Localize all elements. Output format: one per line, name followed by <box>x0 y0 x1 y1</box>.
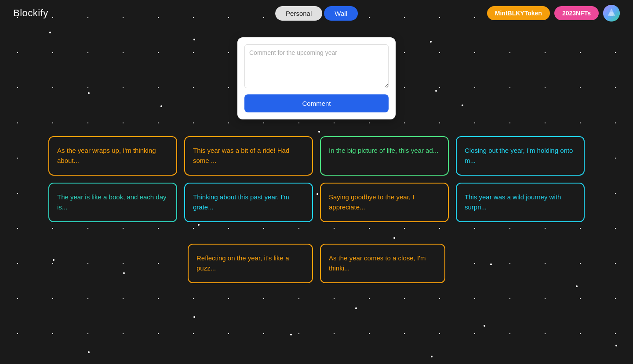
comment-card[interactable]: This year was a bit of a ride! Had some … <box>184 136 313 176</box>
star-decoration <box>290 334 292 335</box>
cards-grid: As the year wraps up, I'm thinking about… <box>48 136 585 222</box>
cards-grid-bottom: Reflecting on the year, it's like a puzz… <box>188 244 445 283</box>
star-decoration <box>576 285 578 287</box>
comment-card-text: Reflecting on the year, it's like a puzz… <box>196 253 304 273</box>
comment-card[interactable]: As the year wraps up, I'm thinking about… <box>48 136 177 176</box>
comment-card-text: The year is like a book, and each day is… <box>57 192 168 212</box>
star-decoration <box>462 105 463 106</box>
star-decoration <box>355 307 357 309</box>
comment-box: Comment <box>237 37 396 119</box>
comment-card-text: Closing out the year, I'm holding onto m… <box>465 146 576 166</box>
comment-textarea[interactable] <box>244 44 389 88</box>
star-decoration <box>53 259 55 261</box>
star-decoration <box>123 272 125 274</box>
star-decoration <box>198 224 200 226</box>
comment-card[interactable]: The year is like a book, and each day is… <box>48 183 177 222</box>
star-decoration <box>160 105 162 107</box>
comment-card-text: This year was a bit of a ride! Had some … <box>193 146 304 166</box>
comment-card[interactable]: This year was a wild journey with surpri… <box>456 183 585 222</box>
comment-card[interactable]: Thinking about this past year, I'm grate… <box>184 183 313 222</box>
star-decoration <box>484 325 485 327</box>
comment-card[interactable]: Saying goodbye to the year, I appreciate… <box>320 183 449 222</box>
star-decoration <box>435 90 437 92</box>
star-decoration <box>490 263 492 265</box>
star-decoration <box>430 41 432 43</box>
star-decoration <box>393 237 395 239</box>
wall-nav-button[interactable]: Wall <box>324 6 358 21</box>
star-decoration <box>49 32 51 33</box>
comment-card-text: Thinking about this past year, I'm grate… <box>193 192 304 212</box>
comment-card[interactable]: In the big picture of life, this year ad… <box>320 136 449 176</box>
comment-card-text: This year was a wild journey with surpri… <box>465 192 576 212</box>
nav-right: MintBLKYToken 2023NFTs <box>487 5 620 22</box>
comment-card[interactable]: Reflecting on the year, it's like a puzz… <box>188 244 313 283</box>
comment-card-text: In the big picture of life, this year ad… <box>329 146 438 156</box>
comment-button[interactable]: Comment <box>244 94 389 112</box>
comment-card-text: As the year comes to a close, I'm thinki… <box>329 253 437 273</box>
header: Blockify Personal Wall MintBLKYToken 202… <box>0 0 633 26</box>
star-decoration <box>431 356 433 357</box>
comment-card-text: As the year wraps up, I'm thinking about… <box>57 146 168 166</box>
personal-nav-button[interactable]: Personal <box>275 6 322 21</box>
svg-point-2 <box>609 12 614 16</box>
comment-card-text: Saying goodbye to the year, I appreciate… <box>329 192 440 212</box>
nft-button[interactable]: 2023NFTs <box>554 6 599 20</box>
comment-card[interactable]: As the year comes to a close, I'm thinki… <box>320 244 445 283</box>
star-decoration <box>193 316 195 318</box>
star-decoration <box>615 345 617 346</box>
star-decoration <box>88 351 90 353</box>
star-decoration <box>193 39 195 40</box>
logo: Blockify <box>13 7 48 19</box>
comment-card[interactable]: Closing out the year, I'm holding onto m… <box>456 136 585 176</box>
star-decoration <box>318 131 320 133</box>
avatar[interactable] <box>603 5 620 22</box>
nav-center: Personal Wall <box>275 6 358 21</box>
mint-token-button[interactable]: MintBLKYToken <box>487 6 550 20</box>
star-decoration <box>88 92 90 94</box>
